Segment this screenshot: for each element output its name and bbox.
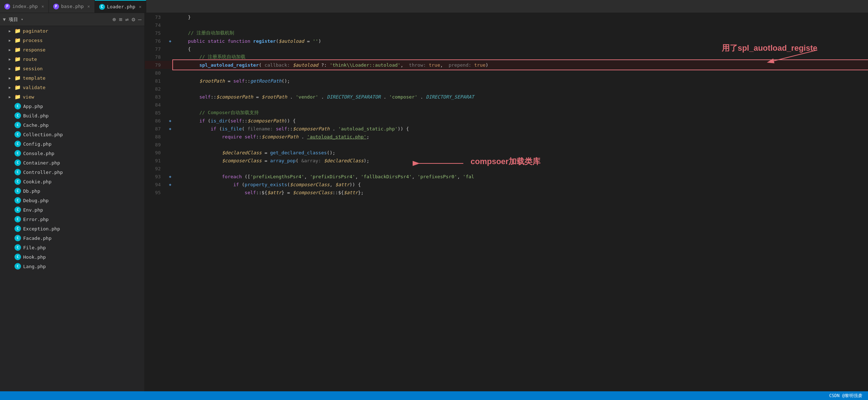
code-line-82: 82 (145, 85, 868, 93)
code-line-91: 91 $composerClass = array_pop( &array: $… (145, 157, 868, 164)
file-label: Exception.php (23, 226, 60, 232)
file-icon: C (14, 207, 21, 213)
sidebar-item-validate[interactable]: ▶ 📁 validate (0, 83, 144, 92)
file-icon: C (14, 103, 21, 109)
code-line-89: 89 (145, 141, 868, 149)
sidebar-settings-icon[interactable]: ⚙ (132, 16, 135, 23)
code-line-88: 88 require self::$composerPath . 'autolo… (145, 133, 868, 141)
file-icon: C (14, 254, 21, 260)
folder-label: validate (23, 85, 46, 90)
sidebar-item-db[interactable]: C Db.php (0, 186, 144, 196)
sidebar-item-collection[interactable]: C Collection.php (0, 130, 144, 139)
folder-icon: 📁 (14, 94, 21, 100)
status-credit: CSDN @黎明强袭 (829, 393, 862, 399)
sidebar-title: ▼ 项目 ▾ (3, 16, 23, 23)
file-label: Container.php (23, 160, 60, 166)
sidebar-item-container[interactable]: C Container.php (0, 158, 144, 167)
sidebar-close-icon[interactable]: — (138, 16, 142, 23)
file-icon: C (14, 216, 21, 222)
sidebar-item-facade[interactable]: C Facade.php (0, 233, 144, 243)
file-label: Build.php (23, 113, 49, 118)
file-icon: C (14, 131, 21, 138)
sidebar-dropdown-arrow[interactable]: ▾ (21, 17, 24, 22)
folder-label: session (23, 66, 43, 71)
sidebar-item-paginator[interactable]: ▶ 📁 paginator (0, 26, 144, 36)
file-icon: C (14, 188, 21, 194)
status-bar: CSDN @黎明强袭 (0, 391, 868, 400)
file-icon: C (14, 244, 21, 251)
php-icon: P (4, 4, 10, 9)
sidebar-item-controller[interactable]: C Controller.php (0, 167, 144, 177)
sidebar-item-hook[interactable]: C Hook.php (0, 252, 144, 262)
folder-icon: 📁 (14, 47, 21, 53)
file-label: Config.php (23, 141, 51, 147)
code-line-83: 83 self::$composerPath = $rootPath . 've… (145, 93, 868, 101)
code-editor[interactable]: 73 } 74 75 // 注册自动加载机制 76 ◈ pu (145, 13, 868, 391)
sidebar-list-icon[interactable]: ≡ (119, 16, 122, 23)
file-icon: C (14, 122, 21, 128)
code-line-93: 93 ◈ foreach (['prefixLengthsPsr4', 'pre… (145, 172, 868, 180)
file-icon: C (14, 235, 21, 241)
sidebar-item-build[interactable]: C Build.php (0, 111, 144, 120)
sidebar-item-lang[interactable]: C Lang.php (0, 262, 144, 271)
sidebar-actions: ⊕ ≡ ⇌ ⚙ — (113, 16, 142, 23)
code-line-74: 74 (145, 21, 868, 29)
folder-arrow: ▶ (9, 76, 13, 80)
sidebar-item-cache[interactable]: C Cache.php (0, 120, 144, 130)
file-label: Hook.php (23, 254, 46, 260)
tab-base-close[interactable]: × (87, 4, 90, 9)
file-label: Debug.php (23, 198, 49, 203)
folder-icon: 📁 (14, 37, 21, 43)
tab-base[interactable]: P base.php × (49, 0, 95, 13)
file-label: File.php (23, 245, 46, 250)
sidebar-item-file[interactable]: C File.php (0, 243, 144, 252)
tab-index-close[interactable]: × (41, 4, 44, 9)
sidebar-split-icon[interactable]: ⇌ (125, 16, 129, 23)
folder-arrow: ▶ (9, 48, 13, 52)
file-label: Env.php (23, 207, 43, 213)
sidebar-item-console[interactable]: C Console.php (0, 149, 144, 158)
file-icon: C (14, 169, 21, 175)
code-line-77: 77 { (145, 45, 868, 53)
code-line-79: 79 spl_autoload_register( callback: $aut… (145, 61, 868, 69)
sidebar-item-route[interactable]: ▶ 📁 route (0, 54, 144, 64)
sidebar-item-exception[interactable]: C Exception.php (0, 224, 144, 233)
php-icon-base: P (53, 4, 59, 9)
code-line-87: 87 ◈ if (is_file( filename: self::$compo… (145, 125, 868, 133)
file-label: Error.php (23, 217, 49, 222)
sidebar-item-config[interactable]: C Config.php (0, 139, 144, 149)
folder-icon: 📁 (14, 84, 21, 90)
sidebar-item-template[interactable]: ▶ 📁 template (0, 73, 144, 83)
folder-icon: 📁 (14, 28, 21, 34)
file-label: Cache.php (23, 122, 49, 128)
sidebar-item-app[interactable]: C App.php (0, 101, 144, 111)
folder-label: paginator (23, 28, 48, 34)
sidebar-new-file-icon[interactable]: ⊕ (113, 16, 116, 23)
tab-index-label: index.php (12, 4, 38, 9)
file-label: Console.php (23, 151, 54, 156)
sidebar-item-view[interactable]: ▶ 📁 view (0, 92, 144, 101)
tab-loader[interactable]: C Loader.php × (95, 0, 147, 13)
code-line-73: 73 } (145, 13, 868, 21)
sidebar-item-process[interactable]: ▶ 📁 process (0, 36, 144, 45)
loader-icon: C (99, 4, 105, 10)
sidebar-item-env[interactable]: C Env.php (0, 205, 144, 214)
file-icon: C (14, 159, 21, 166)
file-icon: C (14, 150, 21, 157)
sidebar-item-error[interactable]: C Error.php (0, 214, 144, 224)
tab-loader-close[interactable]: × (139, 4, 142, 9)
code-line-86: 86 ◈ if (is_dir(self::$composerPath)) { (145, 117, 868, 125)
code-line-92: 92 (145, 164, 868, 172)
sidebar-item-debug[interactable]: C Debug.php (0, 196, 144, 205)
sidebar-header: ▼ 项目 ▾ ⊕ ≡ ⇌ ⚙ — (0, 13, 144, 26)
sidebar-item-response[interactable]: ▶ 📁 response (0, 45, 144, 54)
sidebar-item-cookie[interactable]: C Cookie.php (0, 177, 144, 186)
folder-arrow: ▶ (9, 38, 13, 42)
folder-arrow: ▶ (9, 29, 13, 33)
folder-label: template (23, 75, 46, 81)
tab-index[interactable]: P index.php × (0, 0, 49, 13)
sidebar-item-session[interactable]: ▶ 📁 session (0, 64, 144, 73)
sidebar-arrow: ▼ (3, 17, 6, 22)
code-line-76: 76 ◈ public static function register($au… (145, 37, 868, 45)
folder-icon: 📁 (14, 75, 21, 81)
